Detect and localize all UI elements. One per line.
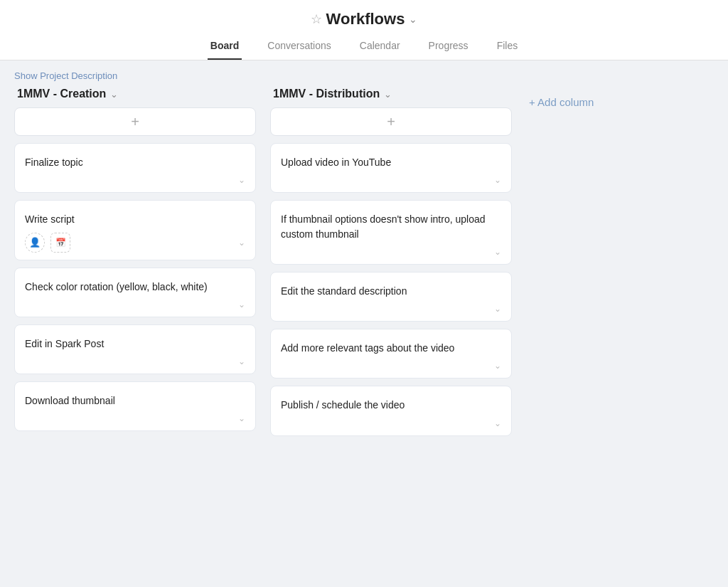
- show-project-description-link[interactable]: Show Project Description: [14, 70, 117, 81]
- card-footer: ⌄: [25, 175, 245, 185]
- tab-calendar[interactable]: Calendar: [357, 34, 403, 60]
- card-expand-chevron-icon[interactable]: ⌄: [494, 247, 501, 257]
- column-creation: 1MMV - Creation⌄+Finalize topic⌄Write sc…: [14, 88, 256, 438]
- column-header-distribution: 1MMV - Distribution⌄: [270, 88, 512, 107]
- calendar-icon[interactable]: 📅: [50, 233, 70, 253]
- card-expand-chevron-icon[interactable]: ⌄: [494, 175, 501, 185]
- card-footer: ⌄: [25, 356, 245, 366]
- tab-conversations[interactable]: Conversations: [264, 34, 334, 60]
- add-column-label: + Add column: [526, 88, 596, 108]
- card-footer: ⌄: [25, 300, 245, 310]
- card-footer: ⌄: [281, 361, 501, 371]
- card-title: Add more relevant tags about the video: [281, 341, 501, 355]
- card-title: Write script: [25, 212, 245, 226]
- add-card-button-creation[interactable]: +: [14, 107, 256, 136]
- column-header-creation: 1MMV - Creation⌄: [14, 88, 256, 107]
- card-footer: ⌄: [25, 413, 245, 423]
- card-footer: ⌄: [281, 304, 501, 314]
- avatar-icon[interactable]: 👤: [25, 233, 45, 253]
- add-column-button[interactable]: + Add column: [526, 88, 596, 108]
- tab-board[interactable]: Board: [208, 34, 242, 60]
- card-title: Edit in Spark Post: [25, 337, 245, 351]
- list-item[interactable]: If thumbnail options doesn't show intro,…: [270, 200, 512, 265]
- tab-progress[interactable]: Progress: [426, 34, 471, 60]
- card-title: Finalize topic: [25, 155, 245, 169]
- card-footer: ⌄: [281, 175, 501, 185]
- list-item[interactable]: Upload video in YouTube⌄: [270, 143, 512, 193]
- column-title-distribution: 1MMV - Distribution: [273, 88, 380, 100]
- list-item[interactable]: Edit in Spark Post⌄: [14, 324, 256, 374]
- card-title: Download thumbnail: [25, 393, 245, 408]
- card-title: Check color rotation (yellow, black, whi…: [25, 280, 245, 294]
- add-card-button-distribution[interactable]: +: [270, 107, 512, 136]
- star-icon[interactable]: ☆: [311, 11, 322, 27]
- card-assignees: 👤📅: [25, 233, 238, 253]
- list-item[interactable]: Download thumbnail⌄: [14, 381, 256, 431]
- page-header: ☆ Workflows ⌄ BoardConversationsCalendar…: [0, 0, 728, 60]
- card-footer: 👤📅⌄: [25, 233, 245, 253]
- header-title-row: ☆ Workflows ⌄: [0, 0, 728, 28]
- column-title-creation: 1MMV - Creation: [17, 88, 106, 100]
- tab-files[interactable]: Files: [494, 34, 521, 60]
- card-title: Upload video in YouTube: [281, 155, 501, 169]
- list-item[interactable]: Edit the standard description⌄: [270, 272, 512, 322]
- title-chevron-icon[interactable]: ⌄: [409, 14, 417, 25]
- list-item[interactable]: Finalize topic⌄: [14, 143, 256, 193]
- list-item[interactable]: Add more relevant tags about the video⌄: [270, 329, 512, 379]
- column-chevron-distribution[interactable]: ⌄: [384, 89, 392, 100]
- card-footer: ⌄: [281, 418, 501, 428]
- column-distribution: 1MMV - Distribution⌄+Upload video in You…: [270, 88, 512, 443]
- card-expand-chevron-icon[interactable]: ⌄: [238, 356, 245, 366]
- list-item[interactable]: Check color rotation (yellow, black, whi…: [14, 268, 256, 317]
- card-expand-chevron-icon[interactable]: ⌄: [238, 300, 245, 310]
- card-expand-chevron-icon[interactable]: ⌄: [238, 413, 245, 423]
- subheader: Show Project Description: [0, 60, 728, 88]
- list-item[interactable]: Write script👤📅⌄: [14, 200, 256, 260]
- page-title: Workflows: [326, 10, 405, 28]
- card-expand-chevron-icon[interactable]: ⌄: [494, 418, 501, 428]
- card-title: Edit the standard description: [281, 284, 501, 298]
- board: 1MMV - Creation⌄+Finalize topic⌄Write sc…: [0, 88, 728, 458]
- card-expand-chevron-icon[interactable]: ⌄: [238, 175, 245, 185]
- card-footer: ⌄: [281, 247, 501, 257]
- list-item[interactable]: Publish / schedule the video⌄: [270, 386, 512, 435]
- card-expand-chevron-icon[interactable]: ⌄: [238, 238, 245, 248]
- card-expand-chevron-icon[interactable]: ⌄: [494, 304, 501, 314]
- card-title: If thumbnail options doesn't show intro,…: [281, 212, 501, 241]
- nav-tabs: BoardConversationsCalendarProgressFiles: [0, 28, 728, 60]
- card-title: Publish / schedule the video: [281, 398, 501, 412]
- card-expand-chevron-icon[interactable]: ⌄: [494, 361, 501, 371]
- column-chevron-creation[interactable]: ⌄: [110, 89, 118, 100]
